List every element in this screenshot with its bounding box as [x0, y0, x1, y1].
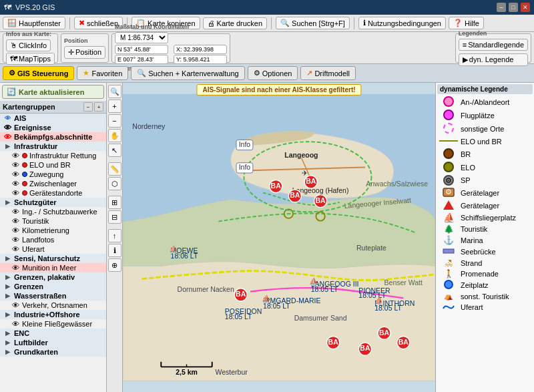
legend-symbol-strand: 🏖 [439, 258, 458, 268]
infos-title: Infos aus Karte: [6, 31, 55, 37]
position-button[interactable]: ✛ Position [64, 46, 105, 59]
collapse-all-button[interactable]: − [83, 102, 93, 112]
search-tool-button[interactable]: 🔍 [108, 85, 121, 98]
favoriten-button[interactable]: ★ Favoriten [77, 66, 128, 80]
gear-symbol: ⚙ [442, 187, 455, 198]
sidebar-item-industrie[interactable]: ▶ Industrie+Offshore [0, 310, 106, 319]
sidebar-item-zwischenlager[interactable]: 👁 Zwischenlager [0, 179, 106, 188]
sidebar-item-landfotos[interactable]: 👁 Landfotos [0, 235, 106, 244]
close-button[interactable]: ✕ [521, 3, 530, 12]
layer-toggle-button[interactable]: ⊞ [108, 196, 121, 209]
legend-icon: ≡ [463, 41, 467, 49]
sidebar-item-elo-br[interactable]: 👁 ELO und BR [0, 160, 106, 170]
info-box-label: Info [239, 140, 251, 148]
circle-pink-icon [443, 96, 454, 107]
driftmodell-button[interactable]: ↗ Driftmodell [300, 66, 356, 80]
westerbur-label: Westerbur [215, 368, 248, 376]
eye-icon: 👁 [11, 320, 20, 328]
sidebar-item-enc[interactable]: ▶ ENC [0, 329, 106, 338]
nutzungsbedingungen-button[interactable]: ℹ Nutzungsbedingungen [358, 17, 446, 29]
sidebar-item-sensi[interactable]: ▶ Sensi, Naturschutz [0, 254, 106, 263]
svg-text:⚙: ⚙ [445, 188, 452, 196]
legend-symbol-schiffslieger: ⛵ [439, 212, 458, 223]
suchen-kartenverwaltung-button[interactable]: 🔍 Suchen + Kartenverwaltung [131, 66, 244, 80]
standardlegende-button[interactable]: ≡ Standardlegende [459, 39, 528, 51]
maximize-button[interactable]: □ [509, 3, 518, 12]
damsumer-sand-label: Damsumer Sand [294, 314, 347, 322]
dyn-legende-button[interactable]: ▶ dyn. Legende [459, 53, 528, 66]
sidebar-item-infrastruktur[interactable]: ▶ Infrastruktur [0, 142, 106, 151]
optionen-button[interactable]: ⚙ Optionen [248, 66, 298, 80]
legend-symbol-br [439, 148, 458, 160]
legend-symbol-seebrucke [439, 246, 458, 257]
sidebar-item-schutzguter[interactable]: ▶ Schutzgüter [0, 198, 106, 207]
info-tool-button[interactable]: ℹ [108, 244, 121, 257]
sidebar-item-zuwegung[interactable]: 👁 Zuwegung [0, 170, 106, 179]
help-icon: ❓ [453, 19, 463, 27]
sidebar-item-geratestandorte[interactable]: 👁 Gerätestandorte [0, 188, 106, 198]
map-area[interactable]: AIS-Signale sind nach einer AIS-Klasse g… [123, 83, 435, 392]
sidebar-item-uferart[interactable]: 👁 Uferart [0, 244, 106, 254]
select-button[interactable]: ↖ [108, 144, 121, 157]
legend-symbol-sonstige [439, 123, 458, 135]
area-button[interactable]: ⬡ [108, 177, 121, 190]
masstab-select[interactable]: M 1:86.734 [115, 32, 168, 43]
gis-icon: ⚙ [9, 69, 15, 77]
sidebar-item-ing-schutz[interactable]: 👁 Ing.- / Schutzbauwerke [0, 207, 106, 216]
y-coord: Y: 5.958.421 [174, 55, 227, 64]
legend-symbol-zeitplatz [439, 280, 458, 290]
sidebar-item-grenzen-plakativ[interactable]: ▶ Grenzen, plakativ [0, 272, 106, 282]
pan-button[interactable]: ✋ [108, 129, 121, 142]
suchen-button[interactable]: 🔍 Suchen [Strg+F] [276, 17, 350, 29]
position-title: Position [64, 37, 105, 44]
maptipps-button[interactable]: 🗺 MapTipps [6, 53, 55, 65]
legend-item-sonst-touristik: ⛺ sonst. Touristik [437, 291, 533, 301]
triangle-icon [443, 200, 454, 210]
infos-panel: Infos aus Karte: 🖱 ClickInfo 🗺 MapTipps [3, 33, 58, 63]
sidebar-item-grundkarten[interactable]: ▶ Grundkarten [0, 347, 106, 357]
measure-button[interactable]: 📏 [108, 162, 121, 176]
gis-steuerung-button[interactable]: ⚙ GIS Steuerung [3, 66, 74, 80]
goto-button[interactable]: ⊕ [108, 258, 121, 272]
sidebar-item-wasserstrassen[interactable]: ▶ Wasserstraßen [0, 291, 106, 301]
legend-item-zeitplatz: Zeitplatz [437, 279, 533, 291]
legend-item-flugplatze: Flugplätze [437, 109, 533, 122]
eye-icon: 👁 [3, 124, 12, 132]
karte-aktualisieren-button[interactable]: 🔄 Karte aktualisieren [2, 85, 104, 99]
legend-symbol-promenade: 🚶 [439, 269, 458, 278]
separator [69, 17, 70, 29]
sidebar-item-kilometrierung[interactable]: 👁 Kilometrierung [0, 226, 106, 235]
ba-label: BA [315, 196, 326, 204]
sidebar-item-bekaempfgs[interactable]: 👁 Bekämpfgs.abschnitte [0, 132, 106, 142]
circle-sp-icon: ⚙ [443, 175, 454, 186]
hilfe-button[interactable]: ❓ Hilfe [449, 17, 484, 29]
dyn-legend-icon: ▶ [463, 55, 468, 64]
touristik-icon: 🌲 [444, 224, 454, 234]
sidebar-item-ereignisse[interactable]: 👁 Ereignisse [0, 123, 106, 132]
eye-icon: 👁 [11, 301, 20, 309]
expand-all-button[interactable]: + [94, 102, 103, 112]
minimize-button[interactable]: – [497, 3, 506, 12]
legenden-title: Legenden [459, 30, 528, 37]
north-button[interactable]: ↑ [108, 229, 121, 242]
legend-symbol-elo [439, 162, 458, 174]
legend-item-uferart: Uferart [437, 301, 533, 313]
map-svg[interactable]: ✈ Langeoog Langeoog (Hafen) Ruteplate Do… [123, 83, 435, 392]
filter-button[interactable]: ⊟ [108, 210, 121, 224]
clickinfo-button[interactable]: 🖱 ClickInfo [6, 39, 51, 51]
zoom-out-button[interactable]: − [108, 114, 121, 128]
sidebar-item-grenzen[interactable]: ▶ Grenzen [0, 282, 106, 291]
info-icon: ℹ [363, 19, 366, 27]
sidebar-item-fliessgewasser[interactable]: 👁 Kleine Fließgewässer [0, 319, 106, 329]
sidebar-item-ais[interactable]: 👁 AIS [0, 114, 106, 123]
sidebar-item-luftbilder[interactable]: ▶ Luftbilder [0, 338, 106, 347]
hauptfenster-button[interactable]: 🪟 Hauptfenster [3, 17, 65, 29]
sidebar-item-munition[interactable]: 👁 Munition in Meer [0, 263, 106, 272]
sidebar-item-infrastruktur-rettung[interactable]: 👁 Infrastruktur Rettung [0, 151, 106, 160]
sidebar-item-verkehr[interactable]: 👁 Verkehr, Ortsnamen [0, 301, 106, 310]
zoom-in-button[interactable]: + [108, 100, 121, 113]
sidebar-item-touristik[interactable]: 👁 Touristik [0, 216, 106, 226]
legend-label: Promenade [461, 270, 499, 278]
click-icon: 🖱 [10, 41, 17, 49]
e-coord: E 007° 28.43' [115, 55, 168, 64]
